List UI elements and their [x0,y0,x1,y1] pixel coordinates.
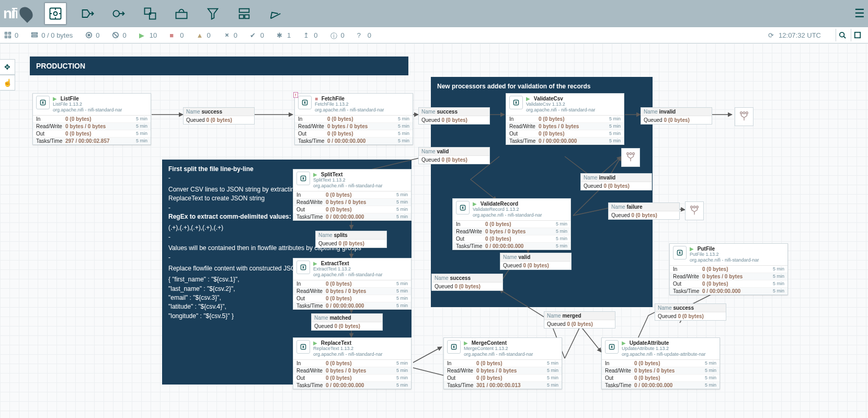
processor-icon [673,246,687,259]
drag-processor-tool[interactable] [44,3,66,25]
processor-run-state-icon: ▶ [473,201,477,207]
processor-validaterecord[interactable]: ▶ ValidateRecord ValidateRecord 1.13.2 o… [452,198,571,250]
processor-bundle: org.apache.nifi - nifi-standard-nar [315,107,409,113]
drag-remote-group-tool[interactable] [171,3,192,24]
last-refresh-time: ⟳12:07:32 UTC [768,31,821,39]
svg-point-34 [630,153,632,155]
processor-icon [296,172,310,185]
processor-type: UpdateAttribute 1.13.2 [622,346,716,352]
processor-validatecsv[interactable]: ▶ ValidateCsv ValidateCsv 1.13.2 org.apa… [506,93,624,145]
svg-rect-5 [176,13,187,19]
svg-point-38 [696,206,699,208]
drag-input-port-tool[interactable] [77,3,98,24]
stale-stat: ✱1 [277,31,291,39]
svg-rect-12 [9,36,11,38]
svg-point-1 [53,12,57,16]
processor-type: SplitText 1.13.2 [313,177,408,183]
funnel[interactable] [685,201,704,220]
processor-type: FetchFile 1.13.2 [315,101,409,107]
component-toolbar: nifi ☰ [0,0,868,27]
operate-button[interactable]: ☝ [0,75,15,91]
connection-valid[interactable]: Name valid Queued 0 (0 bytes) [418,147,490,164]
connection-failure[interactable]: Name failure Queued 0 (0 bytes) [608,202,680,220]
svg-point-31 [743,112,745,114]
bulletin-board-button[interactable] [851,29,864,41]
svg-rect-9 [5,32,7,35]
global-menu-button[interactable]: ☰ [854,7,865,20]
connection-matched[interactable]: Name matched Queued 0 (0 bytes) [311,313,383,331]
connection-success[interactable]: Name success Queued 0 (0 bytes) [655,303,726,321]
search-button[interactable] [836,29,849,41]
connection-merged[interactable]: Name merged Queued 0 (0 bytes) [544,311,615,329]
connection-success[interactable]: Name success Queued 0 (0 bytes) [183,107,255,125]
processor-name: ReplaceText [321,340,351,346]
funnel[interactable] [621,148,640,167]
transmitting-in-stat: 0 [85,31,99,39]
invalid-stat: ▲0 [196,31,210,39]
flow-status-bar: 0 0 / 0 bytes 0 0 ▶10 ■0 ▲0 0 ✔0 ✱1 ↥0 ⓘ… [0,27,868,43]
processor-name: MergeContent [472,340,507,346]
production-group-label[interactable]: PRODUCTION [30,57,408,75]
processor-icon [36,96,50,109]
processor-icon [296,261,310,274]
processor-bundle: org.apache.nifi - nifi-standard-nar [313,272,408,278]
processor-replacetext[interactable]: ▶ ReplaceText ReplaceText 1.13.2 org.apa… [293,337,412,389]
processor-fetchfile[interactable]: ! ■ FetchFile FetchFile 1.13.2 org.apach… [294,93,413,145]
processor-name: PutFile [698,246,715,252]
processor-type: MergeContent 1.13.2 [464,346,558,352]
connection-success[interactable]: Name success Queued 0 (0 bytes) [431,274,503,291]
processor-name: UpdateAttribute [630,340,669,346]
processor-run-state-icon: ▶ [313,172,317,177]
svg-point-18 [840,32,844,37]
navigate-button[interactable]: ✥ [0,59,15,75]
svg-point-30 [740,112,743,114]
drag-funnel-tool[interactable] [202,3,223,24]
nifi-logo: nifi [3,5,17,22]
processor-run-state-icon: ▶ [313,261,317,266]
connection-invalid[interactable]: Name invalid Queued 0 (0 bytes) [580,173,652,190]
connection-invalid[interactable]: Name invalid Queued 0 (0 bytes) [641,107,712,125]
uptodate-stat: ✔0 [250,31,264,39]
svg-point-32 [746,112,748,114]
funnel[interactable] [735,107,753,126]
processor-bundle: org.apache.nifi - nifi-standard-nar [313,183,408,189]
drag-label-tool[interactable] [265,3,286,24]
processor-type: ExtractText 1.13.2 [313,266,408,272]
processor-bundle: org.apache.nifi - nifi-standard-nar [690,257,784,263]
processor-type: PutFile 1.13.2 [690,252,784,257]
processor-run-state-icon: ▶ [313,340,317,346]
svg-rect-6 [239,9,249,13]
svg-point-36 [691,206,693,208]
nifi-drop-icon [17,4,35,22]
processor-extracttext[interactable]: ▶ ExtractText ExtractText 1.13.2 org.apa… [293,258,412,310]
processor-name: ExtractText [321,261,349,266]
connection-success[interactable]: Name success Queued 0 (0 bytes) [418,107,490,125]
processor-run-state-icon: ▶ [53,96,57,101]
svg-rect-11 [5,36,7,38]
svg-point-35 [633,153,635,155]
svg-rect-8 [245,15,249,18]
processor-updateattribute[interactable]: ▶ UpdateAttribute UpdateAttribute 1.13.2… [601,337,720,389]
svg-point-2 [113,10,119,17]
processor-icon [296,340,310,354]
running-stat: ▶10 [139,31,157,39]
drag-output-port-tool[interactable] [108,3,129,24]
transmitting-out-stat: 0 [112,31,126,39]
drag-template-tool[interactable] [234,3,255,24]
processor-icon [447,340,461,354]
drag-process-group-tool[interactable] [140,3,161,24]
operate-palette: ✥ ☝ [0,59,15,91]
processor-mergecontent[interactable]: ▶ MergeContent MergeContent 1.13.2 org.a… [443,337,562,389]
processor-bundle: org.apache.nifi - nifi-standard-nar [53,107,147,113]
flow-canvas[interactable]: ✥ ☝ PRODUCTION New processors added for … [0,43,868,418]
processor-bundle: org.apache.nifi - nifi-update-attribute-… [622,352,716,357]
processor-bundle: org.apache.nifi - nifi-standard-nar [526,107,621,113]
processor-splittext[interactable]: ▶ SplitText SplitText 1.13.2 org.apache.… [293,169,412,221]
connection-splits[interactable]: Name splits Queued 0 (0 bytes) [315,231,387,248]
processor-run-state-icon: ▶ [690,246,694,252]
processor-listfile[interactable]: ▶ ListFile ListFile 1.13.2 org.apache.ni… [32,93,151,145]
processor-icon [298,96,312,109]
processor-putfile[interactable]: ▶ PutFile PutFile 1.13.2 org.apache.nifi… [669,243,788,295]
disabled-stat: 0 [223,31,237,39]
connection-valid[interactable]: Name valid Queued 0 (0 bytes) [500,253,572,270]
